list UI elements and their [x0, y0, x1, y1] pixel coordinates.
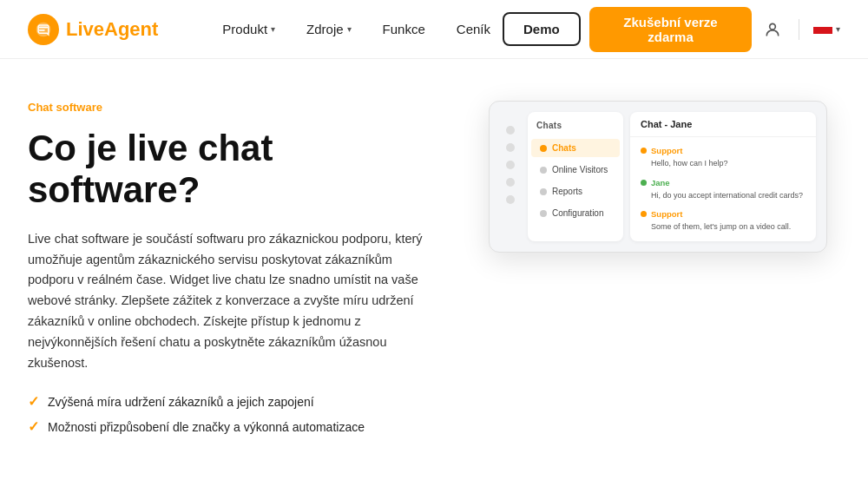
demo-button[interactable]: Demo: [503, 12, 581, 46]
checkmark-icon: ✓: [28, 418, 39, 435]
nav-links: Produkt ▾ Zdroje ▾ Funkce Ceník: [210, 15, 503, 43]
navigation: LiveAgent Produkt ▾ Zdroje ▾ Funkce Cení…: [0, 0, 868, 59]
language-selector[interactable]: ▾: [813, 23, 840, 36]
chat-left-icons: [500, 112, 521, 241]
nav-icon: [506, 143, 515, 152]
hero-illustration: Chats Chats Online Visitors Reports: [476, 101, 840, 253]
page-title: Co je live chat software?: [28, 128, 441, 212]
hero-content: Chat software Co je live chat software? …: [28, 101, 441, 435]
sidebar-item-chats[interactable]: Chats: [531, 139, 620, 157]
sidebar-item-configuration[interactable]: Configuration: [531, 204, 620, 222]
status-dot: [540, 145, 547, 152]
chevron-down-icon: ▾: [836, 24, 840, 34]
logo-text: LiveAgent: [66, 18, 158, 41]
nav-zdroje[interactable]: Zdroje ▾: [294, 15, 364, 43]
status-dot: [540, 210, 547, 217]
feature-list: ✓ Zvýšená míra udržení zákazníků a jejic…: [28, 393, 441, 435]
chat-message-2: Jane Hi, do you accept international cre…: [641, 178, 806, 201]
feature-item-1: ✓ Zvýšená míra udržení zákazníků a jejic…: [28, 393, 441, 410]
nav-icon: [506, 161, 515, 169]
logo-icon: [28, 14, 59, 45]
trial-button[interactable]: Zkušební verze zdarma: [589, 7, 753, 52]
svg-point-1: [770, 23, 776, 30]
checkmark-icon: ✓: [28, 393, 39, 410]
nav-divider: [799, 19, 799, 40]
chat-sidebar: Chats Chats Online Visitors Reports: [528, 112, 623, 241]
chat-preview-widget: Chats Chats Online Visitors Reports: [489, 101, 827, 253]
status-dot: [540, 167, 547, 174]
sender-dot: [641, 148, 647, 154]
chat-message-3: Support Some of them, let's jump on a vi…: [641, 209, 806, 233]
hero-description: Live chat software je součástí softwaru …: [28, 229, 441, 374]
sidebar-item-visitors[interactable]: Online Visitors: [531, 161, 620, 179]
nav-produkt[interactable]: Produkt ▾: [210, 15, 287, 43]
sidebar-item-reports[interactable]: Reports: [531, 182, 620, 201]
chat-messages: Support Hello, how can I help? Jane Hi, …: [630, 137, 816, 241]
chat-sidebar-title: Chats: [528, 121, 623, 135]
feature-item-2: ✓ Možnosti přizpůsobení dle značky a výk…: [28, 418, 441, 435]
nav-icon: [506, 126, 515, 135]
status-dot: [540, 188, 547, 195]
breadcrumb: Chat software: [28, 101, 441, 114]
chat-header: Chat - Jane: [630, 112, 816, 137]
nav-cenik[interactable]: Ceník: [444, 15, 503, 43]
nav-funkce[interactable]: Funkce: [371, 15, 437, 43]
user-icon[interactable]: [760, 16, 785, 43]
nav-icon: [506, 195, 515, 204]
sender-dot: [641, 211, 647, 217]
chevron-down-icon: ▾: [271, 24, 275, 34]
chat-message-1: Support Hello, how can I help?: [641, 146, 806, 169]
chevron-down-icon: ▾: [347, 24, 352, 34]
nav-actions: Demo Zkušební verze zdarma ▾: [503, 7, 840, 52]
czech-flag: [813, 23, 832, 36]
hero-section: Chat software Co je live chat software? …: [0, 59, 868, 470]
chat-main-panel: Chat - Jane Support Hello, how can I hel…: [630, 112, 816, 241]
nav-icon: [506, 178, 515, 187]
logo[interactable]: LiveAgent: [28, 14, 158, 45]
sender-dot: [641, 180, 647, 186]
